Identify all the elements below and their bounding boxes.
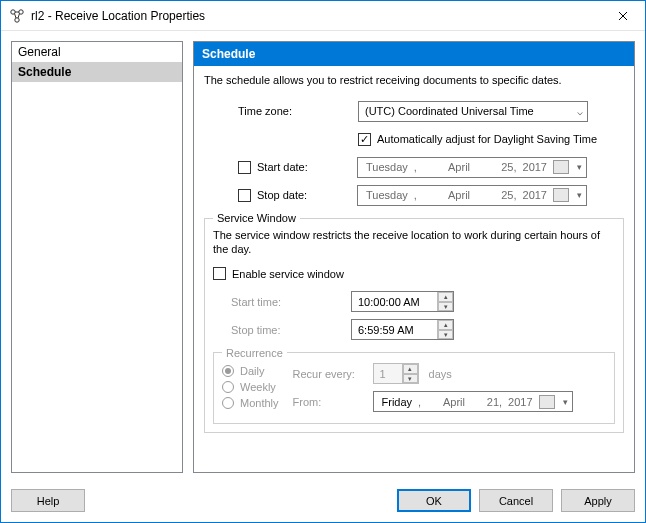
- enable-service-window-label: Enable service window: [232, 268, 344, 280]
- timezone-combo[interactable]: (UTC) Coordinated Universal Time ⌵: [358, 101, 588, 122]
- panel-description: The schedule allows you to restrict rece…: [204, 74, 624, 86]
- ok-button[interactable]: OK: [397, 489, 471, 512]
- from-date-field[interactable]: Friday, April 21, 2017 ▾: [373, 391, 573, 412]
- spinner-icon[interactable]: ▴▾: [402, 364, 418, 383]
- spinner-icon[interactable]: ▴▾: [437, 292, 453, 311]
- app-icon: [9, 8, 25, 24]
- recurrence-daily-radio[interactable]: [222, 365, 234, 377]
- sidebar-item-general[interactable]: General: [12, 42, 182, 62]
- recur-every-field[interactable]: 1 ▴▾: [373, 363, 419, 384]
- start-date-label: Start date:: [257, 161, 357, 173]
- stop-date-label: Stop date:: [257, 189, 357, 201]
- recurrence-group: Recurrence Daily Weekly Monthly Recur ev…: [213, 347, 615, 424]
- service-window-group: Service Window The service window restri…: [204, 212, 624, 433]
- recurrence-weekly-radio[interactable]: [222, 381, 234, 393]
- sidebar-item-schedule[interactable]: Schedule: [12, 62, 182, 82]
- help-button[interactable]: Help: [11, 489, 85, 512]
- stop-time-field[interactable]: 6:59:59 AM ▴▾: [351, 319, 454, 340]
- apply-button[interactable]: Apply: [561, 489, 635, 512]
- panel-header: Schedule: [194, 42, 634, 66]
- start-time-field[interactable]: 10:00:00 AM ▴▾: [351, 291, 454, 312]
- dst-checkbox[interactable]: [358, 133, 371, 146]
- svg-point-2: [15, 17, 19, 21]
- chevron-down-icon: ▾: [577, 190, 582, 200]
- enable-service-window-checkbox[interactable]: [213, 267, 226, 280]
- calendar-icon: [539, 395, 555, 409]
- spinner-icon[interactable]: ▴▾: [437, 320, 453, 339]
- main-panel: Schedule The schedule allows you to rest…: [193, 41, 635, 473]
- start-date-field[interactable]: Tuesday, April 25, 2017 ▾: [357, 157, 587, 178]
- close-button[interactable]: [600, 1, 645, 30]
- from-label: From:: [293, 396, 373, 408]
- content-area: General Schedule Schedule The schedule a…: [1, 31, 645, 483]
- dst-label: Automatically adjust for Daylight Saving…: [377, 133, 597, 145]
- panel-body: The schedule allows you to restrict rece…: [194, 66, 634, 472]
- recur-unit: days: [429, 368, 452, 380]
- chevron-down-icon: ▾: [577, 162, 582, 172]
- start-time-label: Start time:: [231, 296, 351, 308]
- window: rl2 - Receive Location Properties Genera…: [0, 0, 646, 523]
- service-window-legend: Service Window: [213, 212, 300, 224]
- stop-date-field[interactable]: Tuesday, April 25, 2017 ▾: [357, 185, 587, 206]
- recurrence-legend: Recurrence: [222, 347, 287, 359]
- calendar-icon: [553, 188, 569, 202]
- timezone-value: (UTC) Coordinated Universal Time: [365, 105, 534, 117]
- stop-time-label: Stop time:: [231, 324, 351, 336]
- calendar-icon: [553, 160, 569, 174]
- service-window-description: The service window restricts the receive…: [213, 228, 615, 257]
- timezone-label: Time zone:: [238, 105, 358, 117]
- titlebar: rl2 - Receive Location Properties: [1, 1, 645, 31]
- sidebar: General Schedule: [11, 41, 183, 473]
- recurrence-radio-list: Daily Weekly Monthly: [222, 361, 279, 419]
- stop-date-checkbox[interactable]: [238, 189, 251, 202]
- recurrence-monthly-radio[interactable]: [222, 397, 234, 409]
- cancel-button[interactable]: Cancel: [479, 489, 553, 512]
- start-date-checkbox[interactable]: [238, 161, 251, 174]
- recur-every-label: Recur every:: [293, 368, 373, 380]
- window-title: rl2 - Receive Location Properties: [31, 9, 205, 23]
- button-bar: Help OK Cancel Apply: [1, 483, 645, 522]
- chevron-down-icon: ▾: [563, 397, 568, 407]
- chevron-down-icon: ⌵: [577, 106, 583, 117]
